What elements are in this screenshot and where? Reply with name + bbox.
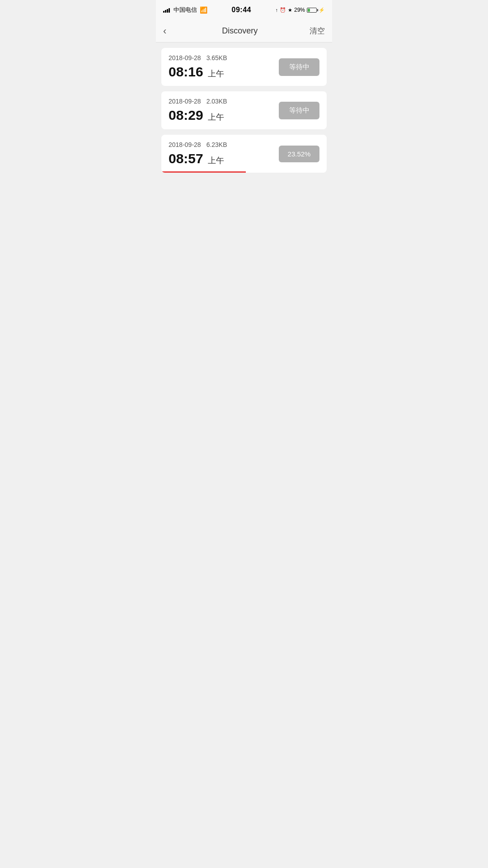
status-bar: 中国电信 📶 09:44 ↑ ⏰ ★ 29% ⚡ <box>156 0 332 20</box>
carrier-text: 中国电信 <box>174 6 197 14</box>
progress-button[interactable]: 23.52% <box>279 146 319 162</box>
item-size: 3.65KB <box>206 54 227 61</box>
status-time: 09:44 <box>232 6 251 14</box>
status-button[interactable]: 等待中 <box>279 58 319 76</box>
item-info: 2018-09-28 2.03KB 08:29 上午 <box>169 98 279 123</box>
item-time-row: 08:57 上午 <box>169 151 279 166</box>
item-time-row: 08:29 上午 <box>169 108 279 123</box>
item-ampm: 上午 <box>208 112 224 123</box>
content-list: 2018-09-28 3.65KB 08:16 上午 等待中 2018-09-2… <box>156 42 332 184</box>
item-info: 2018-09-28 3.65KB 08:16 上午 <box>169 54 279 80</box>
item-meta: 2018-09-28 6.23KB <box>169 141 279 148</box>
item-date: 2018-09-28 <box>169 141 201 148</box>
item-info: 2018-09-28 6.23KB 08:57 上午 <box>169 141 279 166</box>
item-meta: 2018-09-28 2.03KB <box>169 98 279 105</box>
charging-icon: ⚡ <box>319 7 325 13</box>
alarm-icon: ⏰ <box>280 7 286 13</box>
item-ampm: 上午 <box>208 68 224 79</box>
item-ampm: 上午 <box>208 155 224 166</box>
list-item: 2018-09-28 6.23KB 08:57 上午 23.52% <box>161 135 327 173</box>
wifi-icon: 📶 <box>200 6 207 14</box>
item-meta: 2018-09-28 3.65KB <box>169 54 279 61</box>
item-size: 6.23KB <box>206 141 227 148</box>
clear-button[interactable]: 清空 <box>310 26 325 36</box>
list-item: 2018-09-28 3.65KB 08:16 上午 等待中 <box>161 48 327 86</box>
location-icon: ↑ <box>275 7 278 13</box>
nav-bar: ‹ Discovery 清空 <box>156 20 332 42</box>
item-date: 2018-09-28 <box>169 98 201 105</box>
item-time: 08:57 <box>169 151 203 166</box>
signal-icon <box>163 7 170 13</box>
list-item: 2018-09-28 2.03KB 08:29 上午 等待中 <box>161 91 327 129</box>
status-left: 中国电信 📶 <box>163 6 207 14</box>
item-size: 2.03KB <box>206 98 227 105</box>
status-right: ↑ ⏰ ★ 29% ⚡ <box>275 7 325 13</box>
bluetooth-icon: ★ <box>288 7 292 13</box>
battery-icon <box>307 8 317 13</box>
progress-underline <box>161 171 246 173</box>
status-button[interactable]: 等待中 <box>279 102 319 119</box>
battery-percent: 29% <box>294 7 305 13</box>
item-time: 08:29 <box>169 108 203 123</box>
back-button[interactable]: ‹ <box>160 22 170 41</box>
item-time: 08:16 <box>169 64 203 80</box>
item-date: 2018-09-28 <box>169 54 201 61</box>
item-time-row: 08:16 上午 <box>169 64 279 80</box>
page-title: Discovery <box>222 26 258 36</box>
